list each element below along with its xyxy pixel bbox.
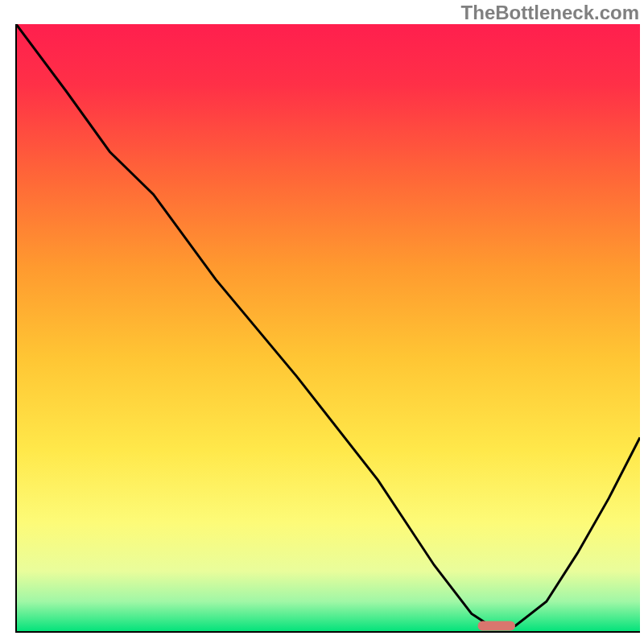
gradient-background xyxy=(16,24,640,632)
bottleneck-chart: TheBottleneck.com xyxy=(0,0,644,644)
watermark-label: TheBottleneck.com xyxy=(461,2,639,24)
optimal-range-marker xyxy=(478,621,516,630)
chart-svg xyxy=(0,0,644,644)
